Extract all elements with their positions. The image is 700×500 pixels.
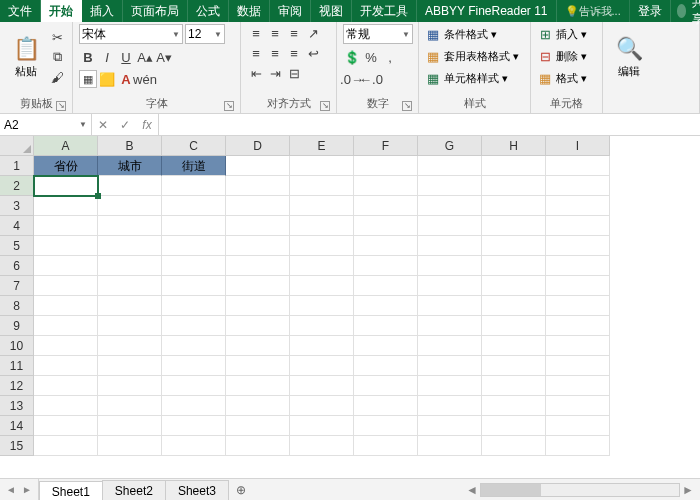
row-header-6[interactable]: 6	[0, 256, 34, 276]
row-header-8[interactable]: 8	[0, 296, 34, 316]
cell-I2[interactable]	[546, 176, 610, 196]
cell-I14[interactable]	[546, 416, 610, 436]
align-center-button[interactable]: ≡	[266, 44, 284, 62]
cell-A11[interactable]	[34, 356, 98, 376]
cell-G2[interactable]	[418, 176, 482, 196]
cell-E14[interactable]	[290, 416, 354, 436]
cell-E8[interactable]	[290, 296, 354, 316]
cell-D3[interactable]	[226, 196, 290, 216]
cell-A7[interactable]	[34, 276, 98, 296]
cell-G1[interactable]	[418, 156, 482, 176]
col-header-G[interactable]: G	[418, 136, 482, 156]
cell-C12[interactable]	[162, 376, 226, 396]
cell-G11[interactable]	[418, 356, 482, 376]
cell-G12[interactable]	[418, 376, 482, 396]
cell-H15[interactable]	[482, 436, 546, 456]
align-top-button[interactable]: ≡	[247, 24, 265, 42]
cell-F8[interactable]	[354, 296, 418, 316]
sheet-tab-1[interactable]: Sheet1	[39, 481, 103, 500]
tab-insert[interactable]: 插入	[82, 0, 123, 22]
number-launcher[interactable]: ↘	[402, 101, 412, 111]
cell-D6[interactable]	[226, 256, 290, 276]
cell-G10[interactable]	[418, 336, 482, 356]
add-sheet-button[interactable]: ⊕	[228, 479, 254, 500]
cell-C6[interactable]	[162, 256, 226, 276]
cell-G5[interactable]	[418, 236, 482, 256]
number-format-select[interactable]: 常规▼	[343, 24, 413, 44]
cell-C10[interactable]	[162, 336, 226, 356]
sheet-tab-2[interactable]: Sheet2	[102, 480, 166, 500]
cell-B2[interactable]	[98, 176, 162, 196]
name-box[interactable]: A2▼	[0, 114, 92, 135]
cell-F5[interactable]	[354, 236, 418, 256]
cell-I5[interactable]	[546, 236, 610, 256]
col-header-E[interactable]: E	[290, 136, 354, 156]
cell-C3[interactable]	[162, 196, 226, 216]
col-header-F[interactable]: F	[354, 136, 418, 156]
cell-E3[interactable]	[290, 196, 354, 216]
confirm-formula-button[interactable]: ✓	[114, 118, 136, 132]
cell-D8[interactable]	[226, 296, 290, 316]
find-select-button[interactable]: 🔍 编辑	[609, 24, 649, 90]
cell-E9[interactable]	[290, 316, 354, 336]
row-header-5[interactable]: 5	[0, 236, 34, 256]
cell-F2[interactable]	[354, 176, 418, 196]
copy-button[interactable]: ⧉	[48, 48, 66, 66]
horizontal-scrollbar[interactable]	[480, 483, 680, 497]
insert-function-button[interactable]: fx	[136, 118, 158, 132]
cell-G4[interactable]	[418, 216, 482, 236]
cell-B12[interactable]	[98, 376, 162, 396]
increase-font-button[interactable]: A▴	[136, 48, 154, 66]
cell-F11[interactable]	[354, 356, 418, 376]
align-middle-button[interactable]: ≡	[266, 24, 284, 42]
cell-H10[interactable]	[482, 336, 546, 356]
cut-button[interactable]: ✂	[48, 28, 66, 46]
col-header-D[interactable]: D	[226, 136, 290, 156]
font-name-select[interactable]: 宋体▼	[79, 24, 183, 44]
cell-H8[interactable]	[482, 296, 546, 316]
insert-cells-button[interactable]: ⊞插入▾	[537, 24, 587, 44]
cell-D12[interactable]	[226, 376, 290, 396]
cell-I6[interactable]	[546, 256, 610, 276]
cell-I4[interactable]	[546, 216, 610, 236]
cell-F1[interactable]	[354, 156, 418, 176]
cell-D13[interactable]	[226, 396, 290, 416]
cell-F14[interactable]	[354, 416, 418, 436]
borders-button[interactable]: ▦	[79, 70, 97, 88]
cell-F9[interactable]	[354, 316, 418, 336]
cell-E5[interactable]	[290, 236, 354, 256]
tab-formulas[interactable]: 公式	[188, 0, 229, 22]
row-header-11[interactable]: 11	[0, 356, 34, 376]
cell-B13[interactable]	[98, 396, 162, 416]
bold-button[interactable]: B	[79, 48, 97, 66]
format-cells-button[interactable]: ▦格式▾	[537, 68, 587, 88]
cell-D9[interactable]	[226, 316, 290, 336]
col-header-A[interactable]: A	[34, 136, 98, 156]
cell-C1[interactable]: 街道	[162, 156, 226, 176]
cell-B15[interactable]	[98, 436, 162, 456]
col-header-C[interactable]: C	[162, 136, 226, 156]
select-all-button[interactable]	[0, 136, 34, 156]
cell-C4[interactable]	[162, 216, 226, 236]
cell-I8[interactable]	[546, 296, 610, 316]
cell-G14[interactable]	[418, 416, 482, 436]
cell-styles-button[interactable]: ▦单元格样式▾	[425, 68, 519, 88]
merge-cells-button[interactable]: ⊟	[285, 64, 303, 82]
delete-cells-button[interactable]: ⊟删除▾	[537, 46, 587, 66]
align-launcher[interactable]: ↘	[320, 101, 330, 111]
cell-A12[interactable]	[34, 376, 98, 396]
cell-I15[interactable]	[546, 436, 610, 456]
sheet-nav-prev[interactable]: ◄	[6, 484, 16, 495]
cell-C9[interactable]	[162, 316, 226, 336]
cell-I3[interactable]	[546, 196, 610, 216]
cell-G7[interactable]	[418, 276, 482, 296]
cell-B6[interactable]	[98, 256, 162, 276]
cell-G8[interactable]	[418, 296, 482, 316]
cell-D14[interactable]	[226, 416, 290, 436]
formula-input[interactable]	[159, 114, 700, 135]
cell-A2[interactable]	[34, 176, 98, 196]
cell-G13[interactable]	[418, 396, 482, 416]
cell-D1[interactable]	[226, 156, 290, 176]
percent-format-button[interactable]: %	[362, 48, 380, 66]
sheet-tab-3[interactable]: Sheet3	[165, 480, 229, 500]
